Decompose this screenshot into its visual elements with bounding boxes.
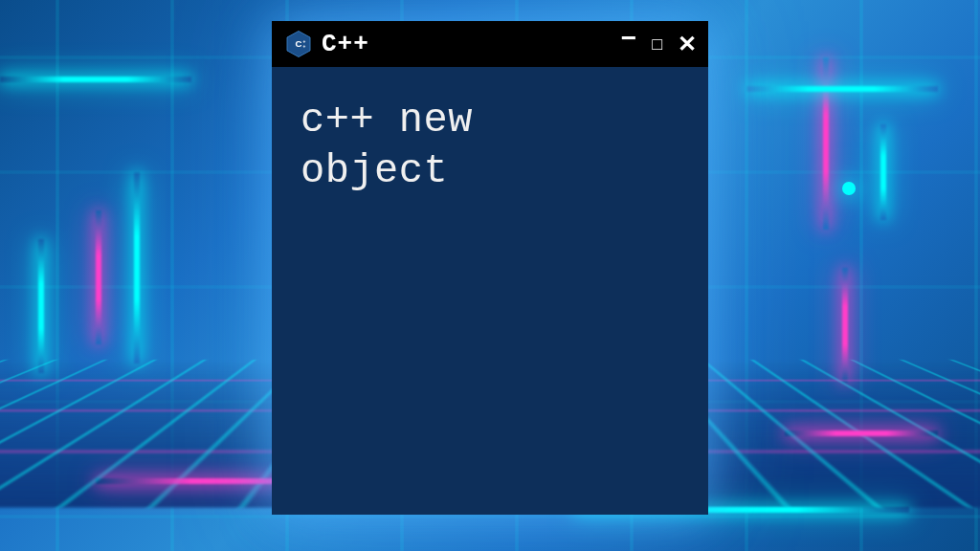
terminal-content: c++ new object <box>301 96 679 196</box>
neon-line <box>823 57 829 230</box>
close-button[interactable]: ✕ <box>678 33 697 55</box>
neon-line <box>880 124 886 220</box>
neon-line <box>0 77 191 82</box>
cpp-hexagon-icon: C + + <box>283 29 314 59</box>
neon-line <box>842 268 848 383</box>
titlebar[interactable]: C + + C++ − □ ✕ <box>272 21 708 67</box>
neon-line <box>38 239 44 373</box>
svg-text:C: C <box>296 38 302 49</box>
maximize-button[interactable]: □ <box>652 35 662 53</box>
neon-line <box>785 430 938 436</box>
minimize-button[interactable]: − <box>621 25 636 52</box>
neon-line <box>96 210 101 344</box>
terminal-window: C + + C++ − □ ✕ c++ new object <box>272 21 708 515</box>
neon-dot <box>842 182 856 195</box>
svg-text:+: + <box>303 44 306 49</box>
terminal-body[interactable]: c++ new object <box>272 67 708 515</box>
svg-text:+: + <box>303 39 306 44</box>
window-controls: − □ ✕ <box>621 31 697 57</box>
window-title: C++ <box>322 30 613 58</box>
neon-line <box>134 172 140 364</box>
neon-line <box>746 86 938 92</box>
